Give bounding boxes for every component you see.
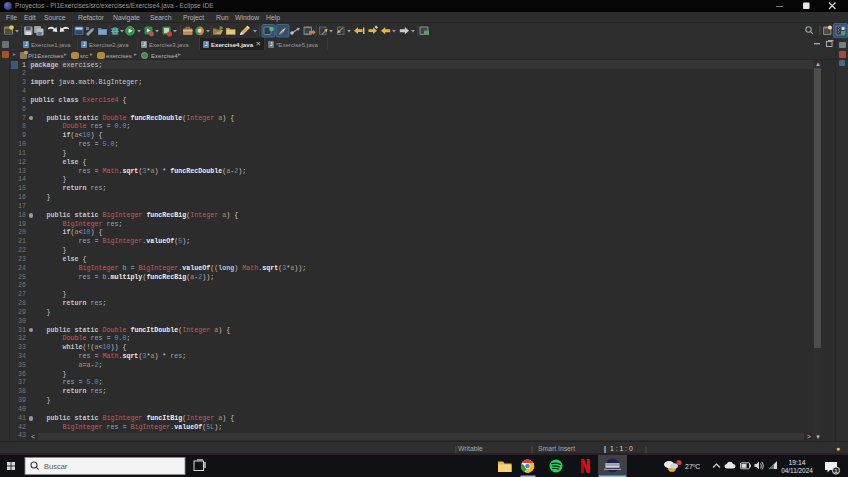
svg-text:04/11/2024: 04/11/2024	[781, 467, 813, 474]
svg-text:19:14: 19:14	[788, 459, 805, 466]
svg-text:27ºC: 27ºC	[685, 463, 700, 470]
svg-text:Buscar: Buscar	[44, 462, 68, 471]
